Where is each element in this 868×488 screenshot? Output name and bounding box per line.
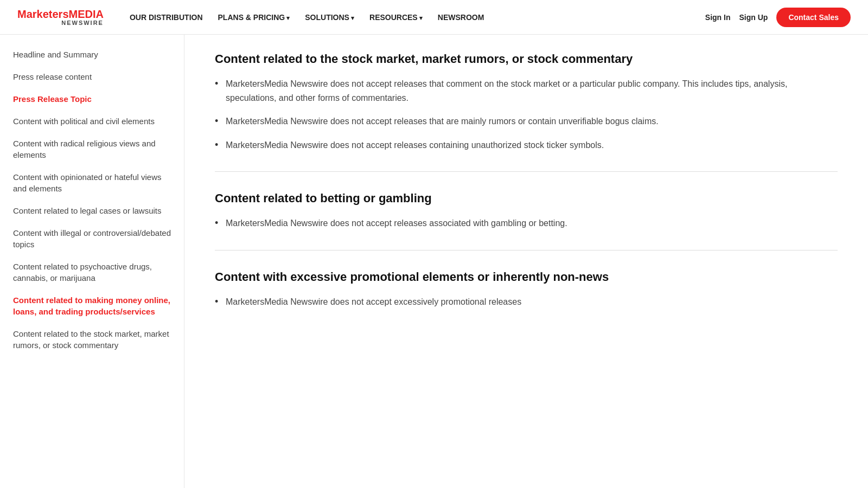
bullet-stock-market-1: MarketersMedia Newswire does not accept … xyxy=(215,114,838,129)
bullet-stock-market-2: MarketersMedia Newswire does not accept … xyxy=(215,138,838,152)
section-title-betting-gambling: Content related to betting or gambling xyxy=(215,191,838,206)
main-content: Content related to the stock market, mar… xyxy=(184,35,868,488)
page-layout: Headline and SummaryPress release conten… xyxy=(0,35,868,488)
section-bullets-promotional: MarketersMedia Newswire does not accept … xyxy=(215,295,838,309)
nav-distribution[interactable]: OUR DISTRIBUTION xyxy=(130,13,203,22)
section-stock-market: Content related to the stock market, mar… xyxy=(215,52,838,152)
nav-newsroom[interactable]: NEWSROOM xyxy=(438,13,484,22)
contact-sales-button[interactable]: Contact Sales xyxy=(776,8,851,27)
nav-resources[interactable]: RESOURCES xyxy=(369,13,423,22)
logo-media: MEDIA xyxy=(69,8,104,20)
signin-link[interactable]: Sign In xyxy=(705,13,731,22)
logo-newswire: NEWSWIRE xyxy=(61,20,104,26)
sidebar-item-9[interactable]: Content related to making money online, … xyxy=(0,289,184,323)
navbar: MarketersMEDIA NEWSWIRE OUR DISTRIBUTION… xyxy=(0,0,868,35)
sidebar-item-1[interactable]: Press release content xyxy=(0,66,184,88)
sidebar-item-2[interactable]: Press Release Topic xyxy=(0,88,184,110)
sidebar-item-3[interactable]: Content with political and civil element… xyxy=(0,110,184,132)
nav-actions: Sign In Sign Up Contact Sales xyxy=(705,8,851,27)
sidebar-item-8[interactable]: Content related to psychoactive drugs, c… xyxy=(0,255,184,289)
section-title-stock-market: Content related to the stock market, mar… xyxy=(215,52,838,66)
bullet-betting-gambling-0: MarketersMedia Newswire does not accept … xyxy=(215,216,838,230)
sidebar-item-7[interactable]: Content with illegal or controversial/de… xyxy=(0,222,184,255)
logo[interactable]: MarketersMEDIA NEWSWIRE xyxy=(17,9,104,26)
logo-marketers: Marketers xyxy=(17,8,69,20)
section-promotional: Content with excessive promotional eleme… xyxy=(215,270,838,309)
section-bullets-stock-market: MarketersMedia Newswire does not accept … xyxy=(215,77,838,152)
bullet-promotional-0: MarketersMedia Newswire does not accept … xyxy=(215,295,838,309)
sidebar: Headline and SummaryPress release conten… xyxy=(0,35,184,488)
signup-link[interactable]: Sign Up xyxy=(739,13,768,22)
sidebar-item-10[interactable]: Content related to the stock market, mar… xyxy=(0,323,184,356)
sidebar-item-5[interactable]: Content with opinionated or hateful view… xyxy=(0,166,184,200)
sidebar-item-6[interactable]: Content related to legal cases or lawsui… xyxy=(0,200,184,222)
bullet-stock-market-0: MarketersMedia Newswire does not accept … xyxy=(215,77,838,105)
sidebar-item-4[interactable]: Content with radical religious views and… xyxy=(0,132,184,166)
section-bullets-betting-gambling: MarketersMedia Newswire does not accept … xyxy=(215,216,838,230)
sidebar-item-0[interactable]: Headline and Summary xyxy=(0,43,184,66)
nav-links: OUR DISTRIBUTION PLANS & PRICING SOLUTIO… xyxy=(130,13,705,22)
nav-pricing[interactable]: PLANS & PRICING xyxy=(218,13,290,22)
divider-1 xyxy=(215,250,838,251)
divider-0 xyxy=(215,171,838,172)
section-betting-gambling: Content related to betting or gamblingMa… xyxy=(215,191,838,230)
section-title-promotional: Content with excessive promotional eleme… xyxy=(215,270,838,284)
nav-solutions[interactable]: SOLUTIONS xyxy=(305,13,354,22)
